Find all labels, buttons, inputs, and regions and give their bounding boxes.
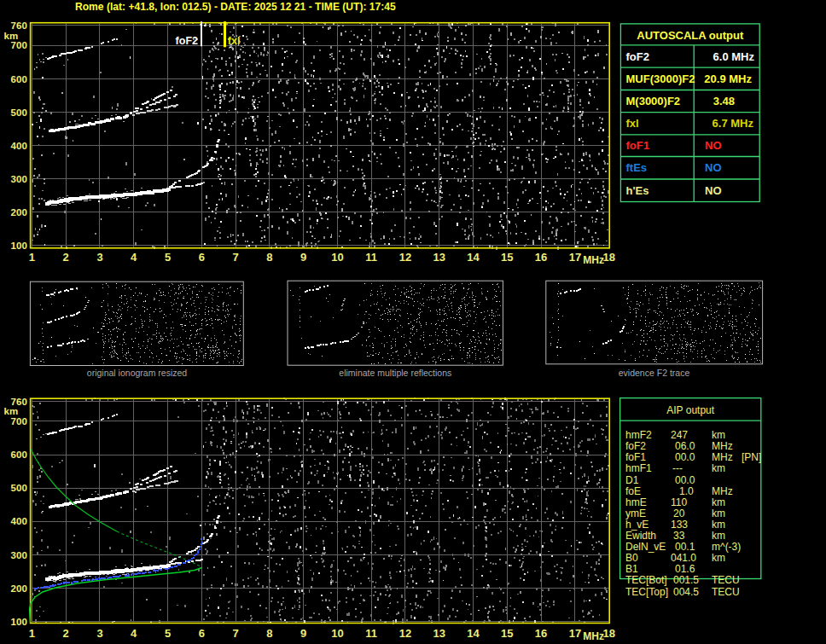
svg-text:247: 247 — [671, 429, 688, 441]
svg-text:km: km — [712, 508, 725, 519]
svg-text:NO: NO — [705, 184, 722, 197]
svg-text:TECU: TECU — [712, 574, 740, 586]
svg-text:10: 10 — [331, 627, 343, 640]
svg-text:1: 1 — [29, 627, 35, 640]
svg-text:m^(-3): m^(-3) — [712, 541, 741, 553]
svg-text:8: 8 — [266, 251, 272, 264]
svg-text:11: 11 — [365, 251, 377, 264]
svg-text:8: 8 — [266, 627, 272, 640]
svg-text:004.5: 004.5 — [673, 586, 699, 598]
svg-text:MHz: MHz — [712, 485, 733, 497]
svg-text:9: 9 — [300, 627, 306, 640]
svg-text:700: 700 — [11, 416, 27, 426]
svg-text:ftEs: ftEs — [626, 161, 648, 174]
svg-text:D1: D1 — [625, 474, 639, 486]
svg-text:001.5: 001.5 — [673, 574, 699, 586]
svg-text:[PN]: [PN] — [742, 451, 761, 463]
svg-text:9: 9 — [300, 251, 306, 264]
svg-text:110: 110 — [671, 496, 687, 508]
svg-text:500: 500 — [11, 483, 27, 493]
svg-text:16: 16 — [535, 251, 547, 264]
svg-text:12: 12 — [399, 251, 411, 264]
svg-text:TEC[Bot]: TEC[Bot] — [625, 574, 667, 586]
svg-text:00.1: 00.1 — [675, 541, 695, 553]
svg-text:200: 200 — [11, 207, 27, 218]
svg-text:17: 17 — [569, 251, 581, 264]
svg-text:1.0: 1.0 — [679, 485, 694, 497]
svg-text:Ewidth: Ewidth — [625, 530, 656, 542]
svg-text:km: km — [712, 496, 725, 508]
svg-text:km: km — [712, 462, 725, 474]
svg-text:km: km — [712, 552, 725, 564]
svg-text:fxl: fxl — [626, 117, 639, 130]
svg-text:km: km — [712, 519, 725, 531]
svg-text:3: 3 — [96, 627, 102, 640]
svg-text:DelN_vE: DelN_vE — [625, 541, 666, 553]
svg-text:6: 6 — [199, 251, 205, 264]
svg-text:13: 13 — [433, 251, 445, 264]
svg-text:300: 300 — [11, 550, 27, 560]
svg-text:18: 18 — [602, 251, 614, 264]
svg-text:foF2: foF2 — [176, 35, 198, 47]
svg-text:foF1: foF1 — [626, 139, 649, 152]
svg-text:---: --- — [672, 462, 683, 474]
svg-text:760: 760 — [11, 20, 27, 31]
svg-text:foF1: foF1 — [625, 451, 646, 463]
svg-text:6.0 MHz: 6.0 MHz — [713, 50, 755, 63]
svg-text:hmE: hmE — [625, 496, 647, 508]
svg-text:500: 500 — [11, 107, 27, 118]
svg-text:2: 2 — [63, 627, 69, 640]
svg-text:200: 200 — [11, 583, 27, 594]
svg-text:1: 1 — [29, 251, 35, 264]
svg-text:MUF(3000)F2: MUF(3000)F2 — [626, 73, 695, 85]
svg-text:7: 7 — [232, 251, 238, 264]
svg-text:hmF1: hmF1 — [625, 462, 652, 474]
svg-text:MHz: MHz — [712, 440, 733, 452]
svg-text:4: 4 — [131, 251, 137, 264]
svg-text:km: km — [712, 530, 725, 542]
svg-text:2: 2 — [63, 251, 69, 264]
svg-text:NO: NO — [705, 161, 722, 174]
svg-text:14: 14 — [467, 251, 480, 264]
svg-text:3.48: 3.48 — [713, 95, 735, 107]
svg-text:AIP output: AIP output — [666, 404, 714, 416]
svg-text:16: 16 — [535, 627, 547, 640]
svg-text:100: 100 — [11, 617, 27, 627]
svg-text:eliminate multiple reflections: eliminate multiple reflections — [339, 368, 451, 378]
svg-text:h'Es: h'Es — [626, 184, 649, 197]
svg-text:17: 17 — [569, 627, 581, 640]
svg-text:12: 12 — [399, 627, 411, 640]
svg-text:foF2: foF2 — [626, 50, 649, 63]
svg-text:700: 700 — [11, 40, 27, 50]
svg-text:Rome (lat: +41.8, lon: 012.5): Rome (lat: +41.8, lon: 012.5) - DATE: 20… — [75, 1, 396, 13]
svg-text:MHz: MHz — [583, 254, 604, 266]
svg-text:MHz: MHz — [712, 451, 733, 463]
svg-text:evidence F2 trace: evidence F2 trace — [619, 368, 690, 378]
svg-text:00.0: 00.0 — [675, 474, 695, 486]
svg-text:7: 7 — [232, 627, 238, 640]
svg-text:15: 15 — [501, 627, 513, 640]
svg-text:km: km — [4, 406, 19, 416]
svg-text:MHz: MHz — [583, 630, 604, 642]
svg-text:foF2: foF2 — [625, 440, 646, 452]
svg-text:01.6: 01.6 — [675, 563, 695, 575]
svg-text:NO: NO — [705, 139, 722, 152]
svg-text:foE: foE — [625, 485, 641, 497]
svg-text:km: km — [4, 31, 19, 41]
svg-text:06.0: 06.0 — [675, 440, 695, 452]
svg-text:hmF2: hmF2 — [625, 429, 652, 441]
svg-text:fxl: fxl — [228, 35, 241, 47]
svg-text:100: 100 — [11, 241, 27, 251]
svg-text:11: 11 — [365, 627, 377, 640]
svg-text:14: 14 — [467, 627, 480, 640]
svg-text:133: 133 — [671, 519, 688, 531]
svg-text:h_vE: h_vE — [625, 519, 649, 531]
svg-text:5: 5 — [165, 251, 171, 264]
svg-text:600: 600 — [11, 74, 27, 84]
svg-text:600: 600 — [11, 450, 27, 460]
svg-text:km: km — [712, 429, 725, 441]
svg-text:15: 15 — [501, 251, 513, 264]
svg-text:ymE: ymE — [625, 508, 646, 519]
svg-text:041.0: 041.0 — [671, 552, 696, 564]
svg-text:3: 3 — [96, 251, 102, 264]
